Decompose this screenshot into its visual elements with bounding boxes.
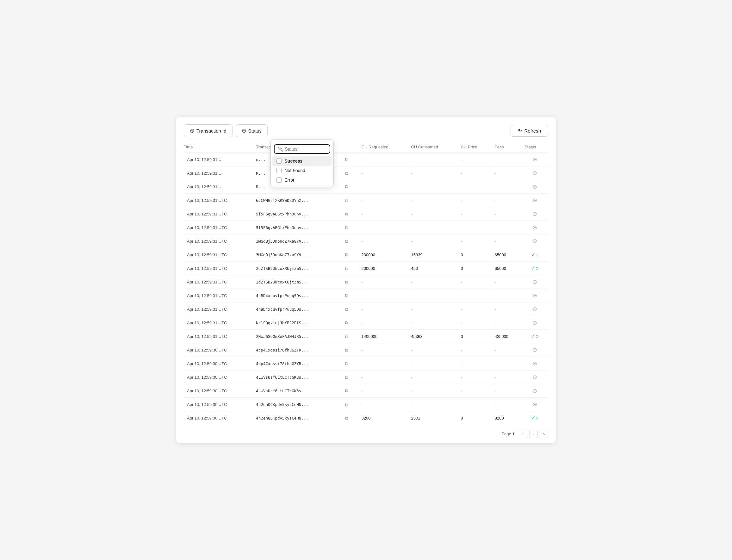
cell-status: ✓○ [521, 248, 548, 262]
cell-time: Apr 10, 12:59:31 U [184, 153, 253, 166]
cell-cu-con: - [408, 289, 457, 302]
cu-con-dash: - [411, 280, 412, 284]
cell-time: Apr 10, 12:59:31 UTC [184, 330, 253, 343]
cu-price-dash: - [461, 389, 462, 393]
cell-fees: - [492, 289, 521, 302]
col-cu-requested: CU Requested [358, 142, 408, 153]
copy-button[interactable]: ⧉ [344, 388, 349, 394]
cell-cu-price: - [457, 289, 491, 302]
cell-cu-con: 15339 [408, 248, 457, 262]
cell-time: Apr 10, 12:59:30 UTC [184, 357, 253, 370]
cell-tx-id: 4hBD4xcuvfprPuuq5Qs... [253, 302, 340, 316]
cu-price-dash: - [461, 293, 462, 298]
copy-button[interactable]: ⧉ [344, 170, 349, 177]
copy-button[interactable]: ⧉ [344, 320, 349, 326]
cu-price-dash: - [461, 225, 462, 230]
fees-dash: - [495, 320, 496, 325]
dropdown-item-not-found[interactable]: Not Found [272, 166, 332, 175]
refresh-label: Refresh [524, 128, 541, 134]
table-row: Apr 10, 12:59:30 UTC 4cp4Cxossi78fhuGZYR… [184, 343, 548, 357]
copy-button[interactable]: ⧉ [344, 401, 349, 408]
cu-con-dash: - [411, 402, 412, 407]
copy-button[interactable]: ⧉ [344, 197, 349, 204]
cell-copy: ⧉ [340, 180, 358, 194]
cu-req-dash: - [362, 212, 363, 216]
fees-dash: - [495, 171, 496, 176]
copy-button[interactable]: ⧉ [344, 279, 349, 285]
copy-button[interactable]: ⧉ [344, 265, 349, 272]
table-header-row: Time Transaction Id CU Requested CU Cons… [184, 142, 548, 153]
cell-copy: ⧉ [340, 248, 358, 262]
cell-fees: - [492, 384, 521, 398]
tx-id-text: 4LwVsUsf6LtLCTcGK3s... [256, 375, 308, 380]
table-row: Apr 10, 12:59:30 UTC 4h2enQCKpdv5kysCeHN… [184, 411, 548, 425]
copy-button[interactable]: ⧉ [344, 252, 349, 258]
cu-con-val: 450 [411, 266, 418, 271]
cu-con-val: 2501 [411, 416, 420, 420]
cell-tx-id: 2Nxa6S9QmXoFAJN4JX5... [253, 330, 340, 343]
cell-cu-con: - [408, 398, 457, 411]
cell-cu-price: - [457, 166, 491, 180]
table-row: Apr 10, 12:59:31 UTC 2Nxa6S9QmXoFAJN4JX5… [184, 330, 548, 343]
copy-button[interactable]: ⧉ [344, 347, 349, 353]
copy-button[interactable]: ⧉ [344, 292, 349, 299]
cell-cu-price: - [457, 234, 491, 248]
copy-button[interactable]: ⧉ [344, 374, 349, 381]
cu-con-dash: - [411, 184, 412, 189]
cu-price-val: 0 [461, 266, 463, 271]
refresh-button[interactable]: ↻ Refresh [511, 125, 548, 137]
cell-cu-req: - [358, 398, 408, 411]
cell-cu-price: - [457, 302, 491, 316]
cell-status: ⊖ [521, 234, 548, 248]
fees-dash: - [495, 198, 496, 203]
cu-price-dash: - [461, 280, 462, 284]
cell-status: ✓○ [521, 411, 548, 425]
refresh-icon: ↻ [518, 128, 522, 134]
cell-cu-price: - [457, 153, 491, 166]
cell-cu-req: 200000 [358, 248, 408, 262]
dropdown-item-error[interactable]: Error [272, 175, 332, 185]
copy-button[interactable]: ⧉ [344, 156, 349, 163]
prev-page-button[interactable]: ‹ [529, 430, 538, 438]
first-page-button[interactable]: « [518, 430, 527, 438]
copy-button[interactable]: ⧉ [344, 211, 349, 217]
cell-cu-req: - [358, 194, 408, 207]
toolbar: ⊕ Transaction Id ⊕ Status 🔍 Success [184, 124, 548, 137]
copy-button[interactable]: ⧉ [344, 224, 349, 231]
cell-cu-req: - [358, 316, 408, 330]
search-icon: 🔍 [278, 146, 283, 152]
cell-copy: ⧉ [340, 262, 358, 275]
dropdown-search-box[interactable]: 🔍 [274, 144, 330, 154]
cell-cu-con: 450 [408, 262, 457, 275]
cu-con-dash: - [411, 307, 412, 312]
cell-fees: 65000 [492, 248, 521, 262]
copy-button[interactable]: ⧉ [344, 238, 349, 245]
dropdown-item-success[interactable]: Success [272, 156, 332, 166]
cu-req-dash: - [362, 348, 363, 352]
cu-price-dash: - [461, 184, 462, 189]
tx-id-text: 4cp4Cxossi78fhuGZYR... [256, 348, 308, 352]
table-row: Apr 10, 12:59:30 UTC 4LwVsUsf6LtLCTcGK3s… [184, 384, 548, 398]
copy-button[interactable]: ⧉ [344, 415, 349, 421]
cell-fees: - [492, 370, 521, 384]
transaction-id-filter-button[interactable]: ⊕ Transaction Id [184, 124, 233, 137]
status-search-input[interactable] [285, 146, 326, 152]
table-row: Apr 10, 12:59:31 U o... ⧉ - - - - ⊖ [184, 153, 548, 166]
main-container: ⊕ Transaction Id ⊕ Status 🔍 Success [176, 117, 556, 443]
table-row: Apr 10, 12:59:31 UTC 2dZTSB2UWcoxXUjtZmS… [184, 275, 548, 289]
copy-button[interactable]: ⧉ [344, 184, 349, 190]
cell-cu-req: - [358, 302, 408, 316]
cell-status: ✓○ [521, 330, 548, 343]
status-success-icon: ✓○ [524, 414, 545, 421]
copy-button[interactable]: ⧉ [344, 306, 349, 313]
copy-button[interactable]: ⧉ [344, 360, 349, 367]
status-filter-button[interactable]: ⊕ Status [236, 124, 268, 137]
cell-cu-price: - [457, 398, 491, 411]
dropdown-menu: 🔍 Success Not Found Error [270, 140, 334, 187]
next-page-button[interactable]: › [540, 430, 548, 438]
tx-id-text: o... [256, 157, 265, 162]
cell-cu-req: - [358, 370, 408, 384]
status-success-icon: ✓○ [524, 251, 545, 258]
copy-button[interactable]: ⧉ [344, 333, 349, 340]
status-pending-icon: ⊖ [524, 319, 545, 326]
